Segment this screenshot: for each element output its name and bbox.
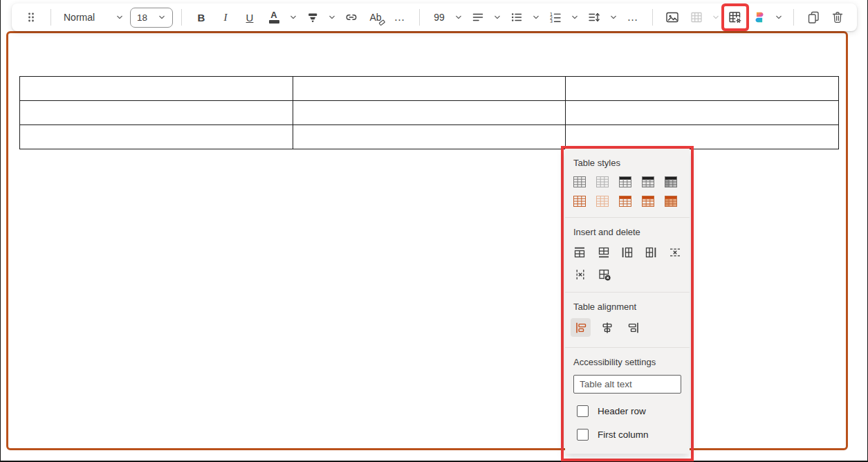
chevron-down-icon <box>116 13 124 21</box>
bullet-list-dropdown-chevron[interactable] <box>530 6 542 28</box>
table-cell[interactable] <box>566 101 839 125</box>
chevron-down-icon <box>609 13 618 21</box>
insert-column-left-button[interactable] <box>620 245 634 259</box>
insert-delete-row-2 <box>573 267 682 281</box>
more-paragraph-button[interactable]: … <box>622 6 644 28</box>
divider <box>793 9 794 26</box>
table-cell[interactable] <box>293 101 566 125</box>
table-cell[interactable] <box>20 77 293 101</box>
line-spacing-button[interactable] <box>583 6 605 28</box>
style-plain-grid[interactable] <box>573 176 586 187</box>
editor-window: Normal 18 B I U A Ab <box>0 0 868 462</box>
delete-row-button[interactable] <box>668 245 682 259</box>
divider <box>652 9 653 26</box>
bullet-list-button[interactable] <box>506 6 528 28</box>
table-cell[interactable] <box>293 77 566 101</box>
svg-text:3: 3 <box>550 19 553 24</box>
style-orange-light-grid[interactable] <box>596 196 609 207</box>
chevron-down-icon <box>493 13 501 21</box>
section-title-table-styles: Table styles <box>573 158 681 168</box>
highlight-dropdown-chevron[interactable] <box>326 6 338 28</box>
style-dark-header-grid[interactable] <box>619 176 631 187</box>
copilot-icon <box>752 10 767 25</box>
underline-button[interactable]: U <box>239 6 261 28</box>
style-orange-grid[interactable] <box>573 196 586 207</box>
insert-image-button[interactable] <box>661 6 683 28</box>
insert-link-button[interactable] <box>340 6 362 28</box>
numbered-list-button[interactable]: 123 <box>544 6 566 28</box>
trash-icon <box>830 10 845 25</box>
delete-table-button[interactable] <box>597 267 611 281</box>
align-table-center-button[interactable] <box>597 318 617 337</box>
copilot-dropdown-chevron[interactable] <box>773 6 785 28</box>
font-size-dropdown[interactable]: 18 <box>130 8 173 28</box>
font-color-dropdown-chevron[interactable] <box>287 6 299 28</box>
chevron-down-icon <box>158 13 166 21</box>
divider <box>565 347 690 348</box>
style-orange-header-banded[interactable] <box>642 196 654 207</box>
copilot-button[interactable] <box>748 6 770 28</box>
style-orange-header-grid[interactable] <box>619 196 631 207</box>
insert-column-right-button[interactable] <box>644 245 658 259</box>
drag-handle[interactable] <box>20 6 42 28</box>
delete-button[interactable] <box>827 6 849 28</box>
table-cell[interactable] <box>293 125 566 149</box>
insert-table-dropdown-chevron[interactable] <box>710 6 722 28</box>
italic-button[interactable]: I <box>214 6 237 28</box>
quote-button[interactable]: 99 <box>428 6 450 28</box>
divider <box>181 9 182 26</box>
copy-button[interactable] <box>802 6 824 28</box>
clear-formatting-button[interactable]: Ab <box>364 6 387 28</box>
link-icon <box>344 10 358 24</box>
underline-glyph: U <box>246 12 254 24</box>
table-alignment-row <box>571 318 684 337</box>
annotation-box: Table styles Insert and delete <box>561 146 694 461</box>
style-dark-header-banded[interactable] <box>642 176 654 187</box>
style-dark-filled[interactable] <box>665 176 677 187</box>
style-orange-filled[interactable] <box>665 196 677 207</box>
document-table <box>19 76 839 149</box>
table-settings-button[interactable] <box>724 6 746 28</box>
line-spacing-dropdown-chevron[interactable] <box>607 6 620 28</box>
highlight-button[interactable] <box>302 6 324 28</box>
divider <box>565 217 690 218</box>
eraser-icon <box>378 19 386 26</box>
align-table-right-button[interactable] <box>623 318 643 337</box>
first-column-checkbox[interactable] <box>577 429 589 441</box>
header-row-checkbox[interactable] <box>577 405 589 417</box>
table-cell[interactable] <box>20 125 293 149</box>
section-title-insert-delete: Insert and delete <box>573 227 681 237</box>
image-icon <box>665 10 680 25</box>
quote-dropdown-chevron[interactable] <box>452 6 465 28</box>
font-color-button[interactable]: A <box>263 6 285 28</box>
insert-row-below-button[interactable] <box>596 245 610 259</box>
table-alt-text-input[interactable] <box>573 375 681 394</box>
bold-button[interactable]: B <box>190 6 212 28</box>
section-title-table-alignment: Table alignment <box>573 302 681 312</box>
insert-row-above-button[interactable] <box>573 245 587 259</box>
chevron-down-icon <box>775 13 783 21</box>
italic-glyph: I <box>224 12 228 24</box>
align-dropdown-chevron[interactable] <box>491 6 504 28</box>
delete-column-button[interactable] <box>573 267 587 281</box>
table-row <box>20 125 839 149</box>
table-cell[interactable] <box>566 77 839 101</box>
font-size-value: 18 <box>137 12 147 23</box>
paragraph-style-dropdown[interactable]: Normal <box>59 6 128 28</box>
paragraph-style-value: Normal <box>64 12 95 23</box>
style-light-grid[interactable] <box>596 176 609 187</box>
insert-table-button[interactable] <box>685 6 708 28</box>
copy-icon <box>806 10 821 25</box>
more-formatting-button[interactable]: … <box>389 6 411 28</box>
numbered-list-icon: 123 <box>548 10 562 24</box>
table-options-panel: Table styles Insert and delete <box>565 149 690 454</box>
numbered-list-dropdown-chevron[interactable] <box>569 6 581 28</box>
divider <box>419 9 420 26</box>
align-button[interactable] <box>467 6 489 28</box>
divider <box>565 292 690 293</box>
drag-dots-icon <box>26 10 36 24</box>
table-cell[interactable] <box>20 101 293 125</box>
align-table-left-button[interactable] <box>571 318 591 337</box>
line-spacing-icon <box>587 10 601 24</box>
font-color-icon: A <box>269 11 279 24</box>
